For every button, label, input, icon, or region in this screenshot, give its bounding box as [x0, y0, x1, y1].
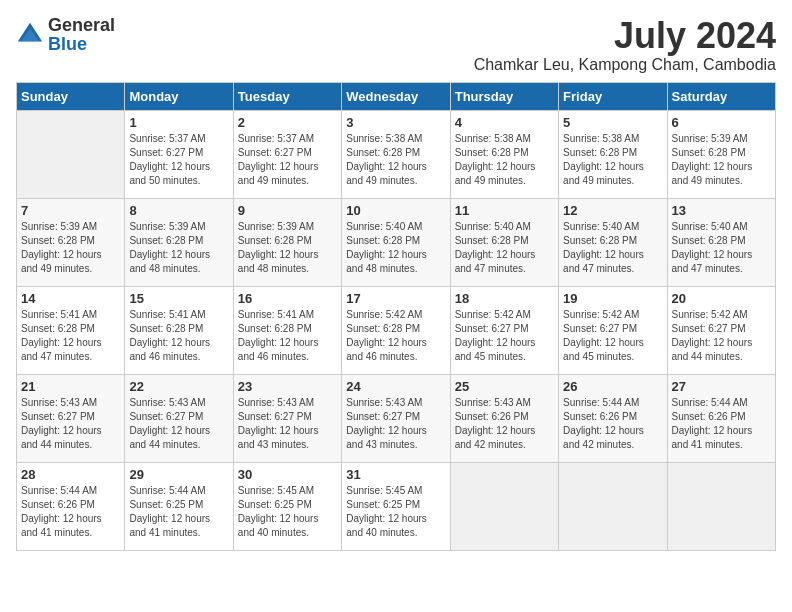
calendar-cell	[667, 462, 775, 550]
calendar-cell: 23 Sunrise: 5:43 AM Sunset: 6:27 PM Dayl…	[233, 374, 341, 462]
day-daylight: Daylight: 12 hours and 42 minutes.	[563, 425, 644, 450]
day-sunrise: Sunrise: 5:41 AM	[238, 309, 314, 320]
weekday-header: Sunday	[17, 82, 125, 110]
calendar-table: SundayMondayTuesdayWednesdayThursdayFrid…	[16, 82, 776, 551]
day-sunset: Sunset: 6:27 PM	[129, 411, 203, 422]
day-daylight: Daylight: 12 hours and 40 minutes.	[346, 513, 427, 538]
day-number: 6	[672, 115, 771, 130]
day-number: 2	[238, 115, 337, 130]
day-daylight: Daylight: 12 hours and 43 minutes.	[346, 425, 427, 450]
day-number: 30	[238, 467, 337, 482]
day-sunset: Sunset: 6:27 PM	[672, 323, 746, 334]
calendar-cell: 22 Sunrise: 5:43 AM Sunset: 6:27 PM Dayl…	[125, 374, 233, 462]
day-sunrise: Sunrise: 5:42 AM	[672, 309, 748, 320]
calendar-cell	[559, 462, 667, 550]
calendar-cell: 14 Sunrise: 5:41 AM Sunset: 6:28 PM Dayl…	[17, 286, 125, 374]
day-number: 24	[346, 379, 445, 394]
day-sunset: Sunset: 6:28 PM	[238, 323, 312, 334]
day-sunrise: Sunrise: 5:39 AM	[672, 133, 748, 144]
day-sunrise: Sunrise: 5:44 AM	[563, 397, 639, 408]
day-sunrise: Sunrise: 5:40 AM	[455, 221, 531, 232]
day-sunset: Sunset: 6:27 PM	[455, 323, 529, 334]
day-sunrise: Sunrise: 5:42 AM	[346, 309, 422, 320]
day-sunset: Sunset: 6:28 PM	[346, 147, 420, 158]
calendar-cell: 11 Sunrise: 5:40 AM Sunset: 6:28 PM Dayl…	[450, 198, 558, 286]
day-number: 4	[455, 115, 554, 130]
day-daylight: Daylight: 12 hours and 42 minutes.	[455, 425, 536, 450]
day-daylight: Daylight: 12 hours and 46 minutes.	[129, 337, 210, 362]
calendar-cell: 29 Sunrise: 5:44 AM Sunset: 6:25 PM Dayl…	[125, 462, 233, 550]
day-sunrise: Sunrise: 5:44 AM	[129, 485, 205, 496]
calendar-cell: 30 Sunrise: 5:45 AM Sunset: 6:25 PM Dayl…	[233, 462, 341, 550]
day-daylight: Daylight: 12 hours and 41 minutes.	[672, 425, 753, 450]
day-sunrise: Sunrise: 5:37 AM	[238, 133, 314, 144]
day-daylight: Daylight: 12 hours and 49 minutes.	[672, 161, 753, 186]
calendar-cell: 24 Sunrise: 5:43 AM Sunset: 6:27 PM Dayl…	[342, 374, 450, 462]
day-sunset: Sunset: 6:25 PM	[238, 499, 312, 510]
calendar-cell: 12 Sunrise: 5:40 AM Sunset: 6:28 PM Dayl…	[559, 198, 667, 286]
day-daylight: Daylight: 12 hours and 49 minutes.	[238, 161, 319, 186]
day-number: 8	[129, 203, 228, 218]
day-sunrise: Sunrise: 5:38 AM	[455, 133, 531, 144]
day-daylight: Daylight: 12 hours and 47 minutes.	[563, 249, 644, 274]
calendar-cell: 17 Sunrise: 5:42 AM Sunset: 6:28 PM Dayl…	[342, 286, 450, 374]
day-sunset: Sunset: 6:28 PM	[455, 147, 529, 158]
day-sunset: Sunset: 6:28 PM	[129, 235, 203, 246]
day-sunset: Sunset: 6:27 PM	[238, 411, 312, 422]
day-sunset: Sunset: 6:27 PM	[129, 147, 203, 158]
weekday-header: Saturday	[667, 82, 775, 110]
calendar-week-row: 7 Sunrise: 5:39 AM Sunset: 6:28 PM Dayli…	[17, 198, 776, 286]
day-sunset: Sunset: 6:28 PM	[21, 235, 95, 246]
calendar-cell: 4 Sunrise: 5:38 AM Sunset: 6:28 PM Dayli…	[450, 110, 558, 198]
day-number: 20	[672, 291, 771, 306]
day-number: 14	[21, 291, 120, 306]
title-section: July 2024 Chamkar Leu, Kampong Cham, Cam…	[474, 16, 776, 74]
day-sunset: Sunset: 6:28 PM	[455, 235, 529, 246]
calendar-cell: 13 Sunrise: 5:40 AM Sunset: 6:28 PM Dayl…	[667, 198, 775, 286]
day-number: 7	[21, 203, 120, 218]
calendar-cell: 25 Sunrise: 5:43 AM Sunset: 6:26 PM Dayl…	[450, 374, 558, 462]
day-daylight: Daylight: 12 hours and 49 minutes.	[455, 161, 536, 186]
day-daylight: Daylight: 12 hours and 47 minutes.	[672, 249, 753, 274]
day-sunset: Sunset: 6:26 PM	[21, 499, 95, 510]
day-sunrise: Sunrise: 5:38 AM	[563, 133, 639, 144]
day-sunrise: Sunrise: 5:42 AM	[563, 309, 639, 320]
day-number: 25	[455, 379, 554, 394]
calendar-cell: 6 Sunrise: 5:39 AM Sunset: 6:28 PM Dayli…	[667, 110, 775, 198]
day-number: 26	[563, 379, 662, 394]
day-daylight: Daylight: 12 hours and 45 minutes.	[563, 337, 644, 362]
day-sunset: Sunset: 6:27 PM	[21, 411, 95, 422]
day-sunrise: Sunrise: 5:40 AM	[672, 221, 748, 232]
day-daylight: Daylight: 12 hours and 44 minutes.	[672, 337, 753, 362]
day-sunrise: Sunrise: 5:43 AM	[21, 397, 97, 408]
day-sunrise: Sunrise: 5:40 AM	[563, 221, 639, 232]
day-sunrise: Sunrise: 5:44 AM	[21, 485, 97, 496]
calendar-week-row: 21 Sunrise: 5:43 AM Sunset: 6:27 PM Dayl…	[17, 374, 776, 462]
day-number: 31	[346, 467, 445, 482]
calendar-cell: 20 Sunrise: 5:42 AM Sunset: 6:27 PM Dayl…	[667, 286, 775, 374]
day-number: 28	[21, 467, 120, 482]
day-sunrise: Sunrise: 5:41 AM	[129, 309, 205, 320]
logo-text: General Blue	[48, 16, 115, 54]
calendar-cell: 8 Sunrise: 5:39 AM Sunset: 6:28 PM Dayli…	[125, 198, 233, 286]
calendar-cell: 27 Sunrise: 5:44 AM Sunset: 6:26 PM Dayl…	[667, 374, 775, 462]
day-sunrise: Sunrise: 5:37 AM	[129, 133, 205, 144]
day-sunrise: Sunrise: 5:44 AM	[672, 397, 748, 408]
day-sunset: Sunset: 6:28 PM	[21, 323, 95, 334]
day-number: 9	[238, 203, 337, 218]
day-number: 11	[455, 203, 554, 218]
day-daylight: Daylight: 12 hours and 48 minutes.	[346, 249, 427, 274]
day-sunrise: Sunrise: 5:42 AM	[455, 309, 531, 320]
day-daylight: Daylight: 12 hours and 49 minutes.	[563, 161, 644, 186]
location-title: Chamkar Leu, Kampong Cham, Cambodia	[474, 56, 776, 74]
day-sunrise: Sunrise: 5:39 AM	[238, 221, 314, 232]
day-sunset: Sunset: 6:28 PM	[563, 147, 637, 158]
day-daylight: Daylight: 12 hours and 40 minutes.	[238, 513, 319, 538]
calendar-cell: 21 Sunrise: 5:43 AM Sunset: 6:27 PM Dayl…	[17, 374, 125, 462]
weekday-header-row: SundayMondayTuesdayWednesdayThursdayFrid…	[17, 82, 776, 110]
day-sunset: Sunset: 6:28 PM	[672, 235, 746, 246]
day-sunset: Sunset: 6:28 PM	[346, 323, 420, 334]
calendar-cell: 7 Sunrise: 5:39 AM Sunset: 6:28 PM Dayli…	[17, 198, 125, 286]
day-number: 18	[455, 291, 554, 306]
day-daylight: Daylight: 12 hours and 47 minutes.	[21, 337, 102, 362]
